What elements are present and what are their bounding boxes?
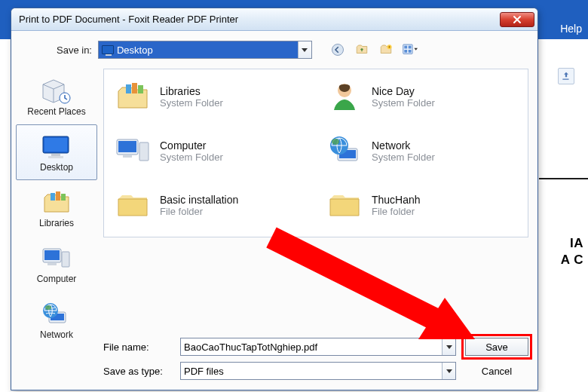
desktop-icon (102, 45, 114, 54)
filename-label: File name: (103, 341, 171, 353)
close-icon (513, 15, 522, 24)
desktop-icon (39, 132, 74, 162)
svg-rect-12 (51, 193, 55, 201)
item-sub: File folder (160, 206, 238, 217)
filetype-combo[interactable]: PDF files (180, 362, 456, 380)
item-sub: System Folder (160, 97, 223, 109)
filename-value: BaoCaoThucTapTotNghiep.pdf (184, 341, 317, 353)
item-sub: File folder (372, 206, 421, 217)
back-button[interactable] (329, 41, 347, 58)
back-icon (331, 43, 345, 57)
places-bar: Recent Places Desktop Libraries Computer (16, 69, 97, 322)
list-item[interactable]: LibrariesSystem Folder (104, 69, 316, 124)
save-in-value: Desktop (117, 44, 153, 56)
svg-rect-28 (118, 141, 136, 152)
cancel-button[interactable]: Cancel (465, 366, 528, 377)
save-in-combo[interactable]: Desktop (98, 41, 312, 59)
view-menu-button[interactable] (401, 41, 419, 58)
svg-rect-4 (409, 46, 412, 49)
place-label: Desktop (40, 162, 73, 173)
up-one-level-button[interactable] (353, 41, 371, 58)
place-label: Network (40, 329, 73, 340)
window-close-button[interactable] (500, 12, 534, 27)
svg-point-0 (332, 44, 343, 56)
computer-icon (113, 131, 152, 170)
save-in-dropdown-button[interactable] (298, 41, 311, 58)
list-item[interactable]: ComputerSystem Folder (104, 124, 316, 178)
filetype-dropdown-button[interactable] (442, 363, 455, 379)
nav-toolbar (329, 41, 419, 58)
place-label: Libraries (39, 218, 74, 228)
new-folder-icon (379, 43, 393, 57)
save-button[interactable]: Save (465, 338, 528, 356)
folder-icon (113, 185, 152, 225)
user-icon (325, 77, 364, 116)
divider (539, 178, 588, 179)
place-network[interactable]: Network (16, 292, 97, 348)
svg-rect-11 (48, 156, 63, 158)
svg-rect-25 (138, 85, 143, 93)
svg-rect-29 (123, 155, 132, 158)
list-item[interactable]: Basic installationFile folder (104, 178, 316, 232)
menu-help[interactable]: Help (560, 23, 582, 35)
list-item[interactable]: Nice DaySystem Folder (316, 69, 528, 124)
bg-text-1: IA (570, 236, 583, 250)
svg-point-34 (332, 139, 339, 145)
place-libraries[interactable]: Libraries (16, 180, 97, 236)
item-name: Libraries (160, 85, 223, 97)
computer-icon (39, 243, 74, 274)
network-icon (39, 299, 74, 329)
bg-text-2: A C (561, 253, 583, 267)
filename-row: File name: BaoCaoThucTapTotNghiep.pdf Sa… (103, 337, 528, 357)
save-in-selected: Desktop (99, 41, 298, 58)
place-computer[interactable]: Computer (16, 236, 97, 292)
folder-up-icon (355, 43, 369, 57)
list-item[interactable]: ThucHanhFile folder (316, 178, 528, 232)
save-in-label: Save in: (57, 44, 92, 56)
place-recent[interactable]: Recent Places (16, 69, 97, 124)
svg-point-22 (45, 305, 51, 310)
folder-icon (325, 185, 364, 225)
svg-rect-24 (132, 83, 137, 93)
chevron-down-icon (446, 369, 452, 373)
filename-dropdown-button[interactable] (442, 338, 455, 355)
svg-rect-10 (51, 154, 60, 156)
view-grid-icon (403, 43, 418, 57)
libraries-icon (39, 188, 74, 218)
filename-combo[interactable]: BaoCaoThucTapTotNghiep.pdf (180, 338, 456, 356)
network-icon (325, 131, 364, 170)
libraries-icon (113, 77, 152, 116)
save-dialog: Print to PDF Document - Foxit Reader PDF… (11, 8, 538, 390)
svg-rect-16 (44, 250, 60, 260)
place-label: Computer (37, 274, 77, 284)
filetype-row: Save as type: PDF files Cancel (103, 361, 528, 381)
dialog-titlebar[interactable]: Print to PDF Document - Foxit Reader PDF… (11, 8, 537, 31)
background-text: IA A C (561, 235, 583, 268)
svg-rect-14 (61, 194, 66, 201)
file-list[interactable]: LibrariesSystem Folder Nice DaySystem Fo… (103, 69, 528, 237)
item-name: Nice Day (372, 85, 435, 97)
dialog-body: Save in: Desktop (11, 31, 537, 390)
item-sub: System Folder (160, 152, 223, 163)
recent-places-icon (39, 76, 74, 106)
svg-rect-30 (139, 142, 149, 161)
new-folder-button[interactable] (377, 41, 395, 58)
place-desktop[interactable]: Desktop (16, 124, 97, 180)
svg-rect-17 (47, 263, 57, 265)
export-icon (561, 71, 571, 81)
svg-rect-9 (44, 138, 67, 152)
list-item[interactable]: NetworkSystem Folder (316, 124, 528, 178)
svg-rect-5 (404, 50, 407, 53)
export-icon-button[interactable] (558, 68, 574, 84)
item-sub: System Folder (372, 97, 435, 109)
svg-rect-3 (404, 46, 407, 49)
filetype-value: PDF files (184, 366, 224, 377)
svg-rect-18 (62, 252, 69, 267)
item-name: Network (372, 139, 435, 152)
svg-rect-23 (126, 84, 131, 93)
chevron-down-icon (302, 48, 308, 52)
svg-rect-6 (409, 50, 412, 53)
item-name: Computer (160, 139, 223, 152)
place-label: Recent Places (27, 106, 85, 117)
item-name: Basic installation (160, 194, 238, 206)
